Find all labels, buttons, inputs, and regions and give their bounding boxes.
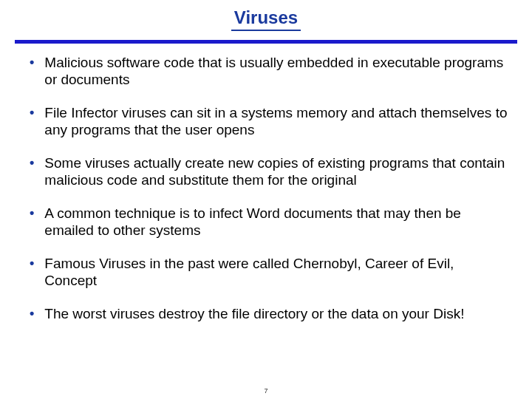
list-item: • Some viruses actually create new copie… (30, 154, 517, 188)
bullet-icon: • (30, 255, 34, 271)
bullet-text: Malicious software code that is usually … (44, 54, 517, 88)
content-area: • Malicious software code that is usuall… (0, 44, 532, 322)
page-number: 7 (0, 387, 532, 395)
bullet-text: File Infector viruses can sit in a syste… (44, 104, 517, 138)
bullet-text: A common technique is to infect Word doc… (44, 205, 517, 239)
bullet-icon: • (30, 104, 34, 120)
bullet-list: • Malicious software code that is usuall… (30, 54, 517, 322)
list-item: • Famous Viruses in the past were called… (30, 255, 517, 289)
list-item: • File Infector viruses can sit in a sys… (30, 104, 517, 138)
list-item: • The worst viruses destroy the file dir… (30, 305, 517, 322)
bullet-icon: • (30, 154, 34, 171)
title-container: Viruses (0, 0, 532, 37)
bullet-text: Famous Viruses in the past were called C… (44, 255, 517, 289)
list-item: • A common technique is to infect Word d… (30, 205, 517, 239)
bullet-icon: • (30, 54, 34, 70)
bullet-text: The worst viruses destroy the file direc… (44, 305, 471, 322)
bullet-text: Some viruses actually create new copies … (44, 154, 517, 188)
bullet-icon: • (30, 205, 34, 221)
bullet-icon: • (30, 305, 34, 321)
slide-title: Viruses (231, 7, 301, 31)
list-item: • Malicious software code that is usuall… (30, 54, 517, 88)
